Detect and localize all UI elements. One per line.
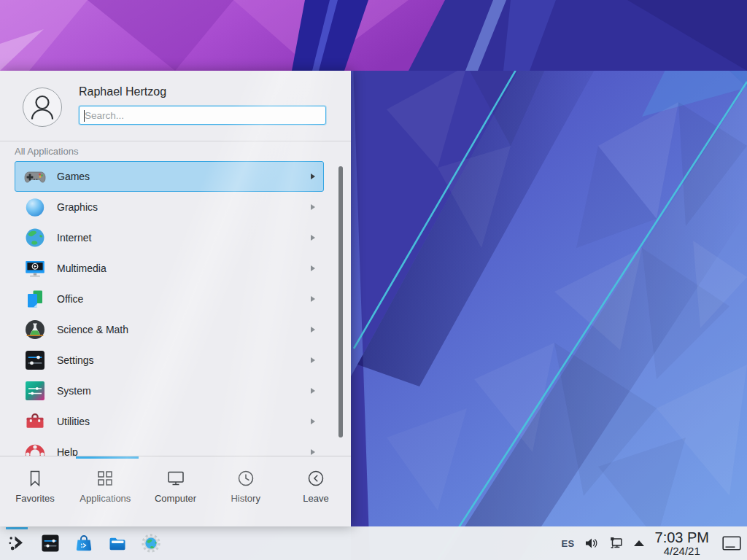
computer-icon [166,468,186,489]
category-row-utilities[interactable]: Utilities [15,406,324,437]
tab-label: Applications [80,493,131,504]
gamepad-icon [23,165,47,188]
volume-icon[interactable] [584,537,599,550]
flask-icon [23,318,47,341]
discover-icon [74,533,94,553]
tab-favorites[interactable]: Favorites [0,459,70,526]
category-label: Settings [57,354,94,366]
category-row-games[interactable]: Games [15,161,324,192]
dolphin-folder-icon [107,533,128,553]
category-label: Help [57,446,78,456]
search-box[interactable] [79,106,326,125]
documents-icon [23,287,47,311]
keyboard-layout-indicator[interactable]: ES [562,538,575,549]
category-row-settings[interactable]: Settings [15,345,324,376]
globe-icon [23,226,47,249]
chevron-right-icon [311,265,315,271]
bookmark-icon [25,468,45,489]
category-label: Science & Math [57,324,128,335]
grid-icon [95,468,115,489]
category-row-graphics[interactable]: Graphics [15,192,324,222]
tab-label: Favorites [15,493,54,504]
application-launcher-menu: Raphael Hertzog All Applications Games [0,71,351,526]
tab-label: Leave [303,493,328,504]
tab-leave[interactable]: Leave [281,459,351,526]
discover-button[interactable] [74,533,94,553]
chevron-right-icon [311,327,315,332]
category-label: Internet [57,232,91,244]
tab-history[interactable]: History [211,459,281,526]
category-label: System [57,385,91,397]
system-settings-icon [40,533,61,553]
sliders-color-icon [23,379,47,402]
category-row-help[interactable]: Help [15,437,324,456]
taskbar-panel: ES 7:03 PM 4/24/21 [0,526,747,560]
category-row-internet[interactable]: Internet [15,222,324,253]
clock-date: 4/24/21 [655,545,709,556]
category-label: Office [57,293,83,305]
chevron-right-icon [311,296,315,302]
tab-computer[interactable]: Computer [140,459,210,526]
list-scrollbar[interactable] [338,166,343,438]
category-row-office[interactable]: Office [15,284,324,314]
section-label-all-applications: All Applications [15,146,78,157]
blue-ball-icon [23,195,47,219]
expand-tray-icon[interactable] [634,540,644,546]
category-label: Multimedia [57,262,107,274]
application-launcher-button[interactable] [7,533,27,553]
sliders-dark-icon [23,349,47,372]
leave-icon [306,468,326,489]
user-name: Raphael Hertzog [79,85,166,98]
chevron-right-icon [311,449,315,455]
kde-launcher-icon [7,533,27,553]
clock-time: 7:03 PM [655,530,709,545]
toolbox-icon [23,410,47,433]
lifebuoy-icon [23,440,47,456]
clock-icon [236,468,256,489]
chevron-right-icon [311,357,315,363]
system-settings-button[interactable] [40,533,61,553]
category-label: Games [57,171,90,182]
browser-button[interactable] [141,533,161,553]
globe-gear-icon [141,533,161,553]
category-row-science-math[interactable]: Science & Math [15,314,324,345]
tab-applications[interactable]: Applications [70,459,140,526]
category-label: Graphics [57,201,98,213]
launcher-active-indicator [6,527,28,529]
chevron-right-icon [311,174,315,179]
digital-clock[interactable]: 7:03 PM 4/24/21 [655,530,709,556]
user-avatar [23,88,62,127]
category-label: Utilities [57,416,90,427]
chevron-right-icon [311,388,315,394]
tabbar-separator [0,456,351,456]
launcher-tabbar: Favorites Applications Computer [0,459,351,526]
category-row-multimedia[interactable]: Multimedia [15,253,324,284]
text-caret [84,110,85,122]
search-input[interactable] [80,106,325,124]
monitor-play-icon [23,257,47,280]
network-icon[interactable] [608,537,624,550]
show-desktop-button[interactable] [722,536,741,551]
launcher-header: Raphael Hertzog [0,71,351,141]
tab-label: Computer [155,493,196,504]
chevron-right-icon [311,235,315,241]
user-icon [23,88,61,126]
application-category-list: Games Graphics Internet [0,161,351,456]
dolphin-button[interactable] [107,533,128,553]
tab-label: History [231,493,260,504]
chevron-right-icon [311,419,315,424]
chevron-right-icon [311,204,315,210]
category-row-system[interactable]: System [15,376,324,406]
